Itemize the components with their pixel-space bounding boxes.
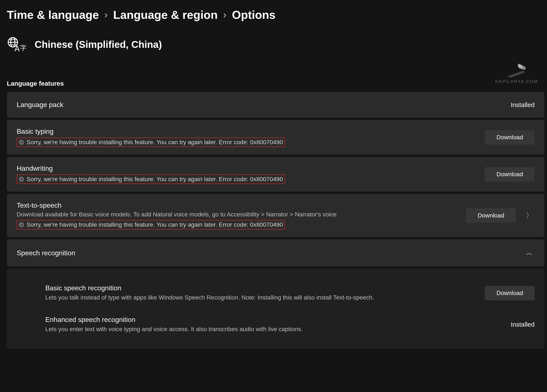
feature-title: Speech recognition <box>17 249 516 257</box>
svg-text:A: A <box>14 44 20 52</box>
error-highlight: ✕ Sorry, we're having trouble installing… <box>17 220 285 230</box>
sub-item-basic-speech[interactable]: Basic speech recognition Lets you talk i… <box>45 277 535 309</box>
subitem-title: Enhanced speech recognition <box>45 316 424 324</box>
feature-title: Text-to-speech <box>17 202 458 209</box>
breadcrumb-time-language[interactable]: Time & language <box>7 8 99 21</box>
feature-title: Language pack <box>17 101 502 109</box>
error-highlight: ✕ Sorry, we're having trouble installing… <box>17 138 285 147</box>
chevron-right-icon: › <box>223 9 226 20</box>
feature-title: Basic typing <box>17 128 476 135</box>
svg-text:字: 字 <box>20 44 26 51</box>
breadcrumb-language-region[interactable]: Language & region <box>113 8 218 21</box>
chevron-right-icon: › <box>104 9 108 20</box>
card-text-to-speech[interactable]: Text-to-speech Download available for Ba… <box>7 194 544 237</box>
card-basic-typing[interactable]: Basic typing ✕ Sorry, we're having troub… <box>7 120 544 155</box>
error-icon: ✕ <box>19 222 24 227</box>
language-header: A 字 Chinese (Simplified, China) <box>7 37 544 52</box>
chevron-right-icon[interactable]: 〉 <box>524 211 535 220</box>
download-button[interactable]: Download <box>485 167 535 182</box>
error-text: Sorry, we're having trouble installing t… <box>27 176 283 183</box>
feature-subtitle: Download available for Basic voice model… <box>17 211 458 218</box>
chevron-up-icon[interactable]: ︿ <box>524 248 535 258</box>
subitem-title: Basic speech recognition <box>45 284 424 292</box>
speech-recognition-sublist: Basic speech recognition Lets you talk i… <box>7 269 544 349</box>
status-installed: Installed <box>511 321 535 328</box>
error-highlight: ✕ Sorry, we're having trouble installing… <box>17 175 285 184</box>
language-globe-icon: A 字 <box>7 37 26 52</box>
download-button[interactable]: Download <box>466 208 516 223</box>
card-speech-recognition[interactable]: Speech recognition ︿ <box>7 239 544 267</box>
error-text: Sorry, we're having trouble installing t… <box>27 221 283 228</box>
status-installed: Installed <box>511 101 535 108</box>
breadcrumb: Time & language › Language & region › Op… <box>7 8 544 21</box>
error-text: Sorry, we're having trouble installing t… <box>27 139 283 146</box>
sub-item-enhanced-speech[interactable]: Enhanced speech recognition Lets you ent… <box>45 309 535 340</box>
feature-title: Handwriting <box>17 164 476 172</box>
download-button[interactable]: Download <box>485 286 535 300</box>
breadcrumb-current: Options <box>232 8 275 21</box>
card-language-pack[interactable]: Language pack Installed <box>7 92 544 118</box>
download-button[interactable]: Download <box>485 130 535 145</box>
card-handwriting[interactable]: Handwriting ✕ Sorry, we're having troubl… <box>7 157 544 192</box>
error-icon: ✕ <box>19 177 24 182</box>
subitem-desc: Lets you enter text with voice typing an… <box>45 325 424 334</box>
section-language-features: Language features <box>7 80 544 87</box>
subitem-desc: Lets you talk instead of type with apps … <box>45 293 424 302</box>
language-title: Chinese (Simplified, China) <box>35 39 162 50</box>
error-icon: ✕ <box>19 140 24 145</box>
